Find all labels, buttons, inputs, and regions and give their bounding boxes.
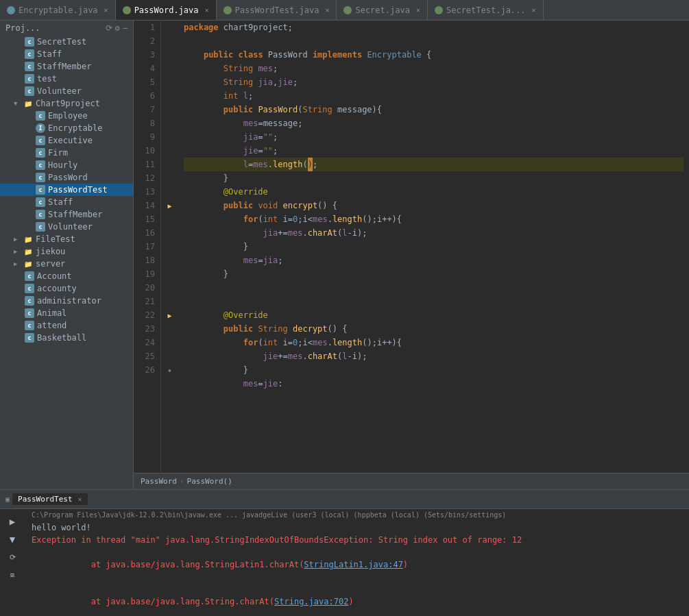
rerun-button[interactable]: ⟳ [5,550,19,564]
sidebar-item-staff[interactable]: c Staff [0,48,133,60]
tab-close-encryptable[interactable]: ✕ [104,6,108,14]
folder-icon: 📁 [23,234,33,244]
sidebar-item-basketball[interactable]: c Basketball [0,332,133,344]
bottom-tab-close[interactable]: ✕ [78,495,82,503]
console-line-hello: hello world! [32,521,682,534]
class-icon-c: c [36,185,45,195]
sidebar-item-label: PassWordTest [48,185,108,195]
code-line-15: for(int i=0;i<mes.length();i++){ [184,212,684,226]
code-content[interactable]: package chart9project; public class Pass… [178,21,689,473]
tab-label-secrettest: SecretTest.ja... [446,5,526,15]
expand-arrow: ▼ [14,100,21,107]
gutter: ▶ ▶ ◆ [161,21,178,473]
tab-icon-secret [343,6,352,14]
sidebar-item-label: Chart9project [36,99,100,108]
sidebar-item-label: Account [37,271,72,281]
tab-bar: Encryptable.java ✕ PassWord.java ✕ PassW… [0,0,689,21]
tab-secrettest[interactable]: SecretTest.ja... ✕ [428,0,544,20]
sidebar-item-staff2[interactable]: c Staff [0,196,133,208]
terminal-icon: ▣ [5,495,10,503]
code-line-20 [184,281,684,295]
sync-icon[interactable]: ⟳ [106,23,112,33]
sidebar-item-server[interactable]: ▶ 📁 server [0,258,133,270]
link-stringlatin1[interactable]: StringLatin1.java:47 [304,560,403,569]
sidebar-item-hourly[interactable]: c Hourly [0,159,133,171]
sidebar-item-administrator[interactable]: c administrator [0,295,133,307]
code-line-4: String mes; [184,62,684,75]
sidebar-project-label: Proj... [5,23,40,33]
sidebar-item-label: Staff [48,197,73,207]
class-icon-c: c [25,321,34,330]
sidebar-item-chart9project[interactable]: ▼ 📁 Chart9project [0,97,133,110]
minimize-icon[interactable]: − [123,23,128,33]
code-line-18: mes=jia; [184,254,684,267]
sidebar-item-jiekou[interactable]: ▶ 📁 jiekou [0,245,133,258]
sidebar-item-staffmember[interactable]: c StaffMember [0,60,133,73]
run-button[interactable]: ▶ [5,515,19,528]
sidebar-item-label: Volunteer [48,222,93,232]
bottom-tab-passwordtest[interactable]: PassWordTest ✕ [12,493,88,505]
sidebar-item-test[interactable]: c test [0,73,133,85]
tab-icon-passwordtest [223,6,232,14]
main-area: Proj... ⟳ ⚙ − c SecretTest c Staff c Sta… [0,21,689,489]
sidebar-item-label: Encryptable [48,123,102,133]
code-container[interactable]: 1 2 3 4 5 6 7 8 9 10 11 12 13 14 15 16 1… [134,21,689,473]
breadcrumb-class: PassWord [141,477,177,486]
sidebar-item-filetest[interactable]: ▶ 📁 FileTest [0,233,133,245]
settings-icon[interactable]: ⚙ [115,23,120,33]
tab-passwordtest[interactable]: PassWordTest.java ✕ [217,0,337,20]
tab-label-password: PassWord.java [134,5,199,15]
tab-icon-password [123,6,131,14]
sidebar-item-volunteer[interactable]: c Volunteer [0,85,133,97]
console-line-1: at java.base/java.lang.StringLatin1.char… [32,546,682,583]
sidebar-item-label: Animal [37,308,67,318]
sidebar-item-label: Staff [37,49,62,59]
expand-arrow: ▶ [14,260,21,267]
sidebar-item-encryptable[interactable]: I Encryptable [0,122,133,134]
sidebar-item-firm[interactable]: c Firm [0,147,133,159]
sidebar-item-animal[interactable]: c Animal [0,307,133,319]
sidebar-item-label: server [36,259,65,269]
link-string[interactable]: String.java:702 [274,597,348,606]
sidebar-item-staffmember2[interactable]: c StaffMember [0,208,133,221]
class-icon-c: c [25,284,34,293]
sidebar-item-executive[interactable]: c Executive [0,134,133,147]
code-line-13: @Override [184,185,684,199]
class-icon-c: c [25,37,34,47]
class-icon-c: c [36,160,45,170]
sidebar-item-accounty[interactable]: c accounty [0,282,133,295]
tab-secret[interactable]: Secret.java ✕ [337,0,428,20]
sidebar-item-password[interactable]: c PassWord [0,171,133,184]
code-line-11: l=mes.length(); [184,158,684,171]
tab-close-password[interactable]: ✕ [205,6,209,14]
code-line-12: } [184,171,684,185]
tab-icon-encryptable [7,6,15,14]
tab-password[interactable]: PassWord.java ✕ [116,0,217,20]
sidebar-item-attend[interactable]: c attend [0,319,133,332]
sidebar-item-label: PassWord [48,173,88,182]
sidebar-item-employee[interactable]: c Employee [0,110,133,122]
sidebar-item-volunteer2[interactable]: c Volunteer [0,221,133,233]
tab-close-passwordtest[interactable]: ✕ [325,6,329,14]
down-button[interactable]: ▼ [5,532,19,546]
scroll-button[interactable]: ≡ [5,568,19,582]
code-line-22b: public String decrypt() { [184,322,684,336]
sidebar-item-passwordtest[interactable]: c PassWordTest [0,184,133,196]
bottom-tab-label: PassWordTest [18,495,72,504]
tab-close-secret[interactable]: ✕ [416,6,420,14]
code-line-1: package chart9project; [184,21,684,34]
class-icon-c: c [36,222,45,232]
code-line-14: public void encrypt() { [184,199,684,212]
sidebar-item-account[interactable]: c Account [0,270,133,282]
sidebar-header-icons: ⟳ ⚙ − [106,23,128,33]
sidebar-item-label: jiekou [36,247,65,256]
sidebar-item-secrettest[interactable]: c SecretTest [0,36,133,48]
class-icon-c: c [25,333,34,343]
bottom-tab-bar: ▣ PassWordTest ✕ [0,490,689,509]
code-line-23: for(int i=0;i<mes.length();i++){ [184,336,684,349]
sidebar-item-label: StaffMember [48,210,102,219]
tab-encryptable[interactable]: Encryptable.java ✕ [0,0,116,20]
expand-arrow: ▶ [14,236,21,243]
class-icon-c: c [25,86,34,96]
tab-close-secrettest[interactable]: ✕ [532,6,536,14]
